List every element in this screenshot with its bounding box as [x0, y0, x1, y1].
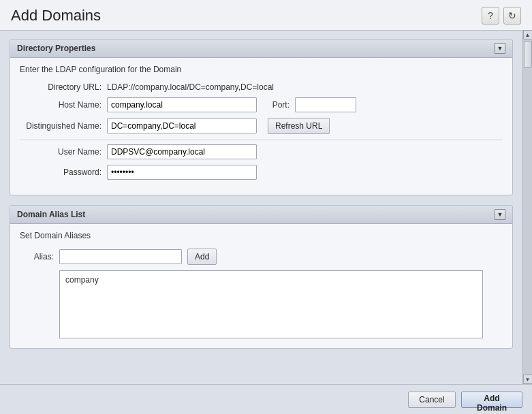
help-button[interactable]: ?: [482, 7, 499, 25]
directory-panel-collapse-btn[interactable]: ▼: [495, 43, 505, 54]
dn-input[interactable]: [107, 118, 257, 133]
directory-url-label: Directory URL:: [20, 82, 101, 92]
hostname-label: Host Name:: [20, 100, 101, 110]
directory-url-row: Directory URL: LDAP://company.local/DC=c…: [20, 82, 503, 92]
password-input[interactable]: [107, 165, 257, 180]
username-input[interactable]: [107, 144, 257, 159]
alias-input-row: Alias: Add: [20, 249, 503, 265]
content-area: Directory Properties ▼ Enter the LDAP co…: [0, 31, 522, 384]
alias-panel-body: Set Domain Aliases Alias: Add company: [10, 224, 512, 348]
password-row: Password:: [20, 165, 503, 180]
alias-panel-collapse-btn[interactable]: ▼: [495, 209, 505, 220]
port-input[interactable]: [295, 97, 356, 112]
scrollbar-thumb[interactable]: [524, 41, 532, 68]
directory-panel-body: Enter the LDAP configuration for the Dom…: [10, 58, 512, 195]
refresh-icon: ↻: [508, 10, 516, 21]
add-alias-button[interactable]: Add: [187, 249, 217, 265]
refresh-url-button[interactable]: Refresh URL: [268, 118, 330, 134]
main-container: Add Domains ? ↻ ▲ ▼ Directory Properties…: [0, 0, 532, 414]
cancel-button[interactable]: Cancel: [408, 392, 456, 408]
alias-list: company: [59, 270, 483, 338]
scrollbar: ▲ ▼: [522, 30, 532, 384]
alias-panel-subtitle: Set Domain Aliases: [20, 231, 503, 240]
page-title: Add Domains: [11, 7, 101, 25]
port-label: Port:: [262, 100, 290, 110]
directory-panel-title: Directory Properties: [17, 44, 95, 53]
alias-list-item: company: [65, 275, 477, 285]
scroll-down-arrow[interactable]: ▼: [523, 375, 533, 384]
header-icons: ? ↻: [482, 7, 521, 25]
add-domain-button[interactable]: Add Domain: [461, 392, 522, 408]
alias-panel-title: Domain Alias List: [17, 210, 85, 219]
help-icon: ?: [488, 10, 493, 21]
alias-input[interactable]: [59, 249, 182, 264]
scroll-up-arrow[interactable]: ▲: [523, 30, 533, 39]
username-label: User Name:: [20, 147, 101, 157]
directory-properties-panel: Directory Properties ▼ Enter the LDAP co…: [10, 39, 513, 195]
hostname-row: Host Name: Port:: [20, 97, 503, 112]
username-row: User Name:: [20, 144, 503, 159]
footer: Cancel Add Domain: [0, 384, 532, 414]
divider: [20, 140, 503, 140]
header: Add Domains ? ↻: [0, 0, 532, 31]
alias-label: Alias:: [20, 252, 54, 261]
hostname-input[interactable]: [107, 97, 257, 112]
password-label: Password:: [20, 168, 101, 177]
alias-panel-header: Domain Alias List ▼: [10, 206, 512, 224]
refresh-button[interactable]: ↻: [503, 7, 521, 25]
alias-panel: Domain Alias List ▼ Set Domain Aliases A…: [10, 205, 513, 349]
dn-row: Distinguished Name: Refresh URL: [20, 118, 503, 134]
directory-panel-header: Directory Properties ▼: [10, 39, 512, 58]
directory-url-value: LDAP://company.local/DC=company,DC=local: [107, 82, 274, 92]
directory-panel-subtitle: Enter the LDAP configuration for the Dom…: [20, 65, 503, 74]
dn-label: Distinguished Name:: [20, 121, 101, 131]
